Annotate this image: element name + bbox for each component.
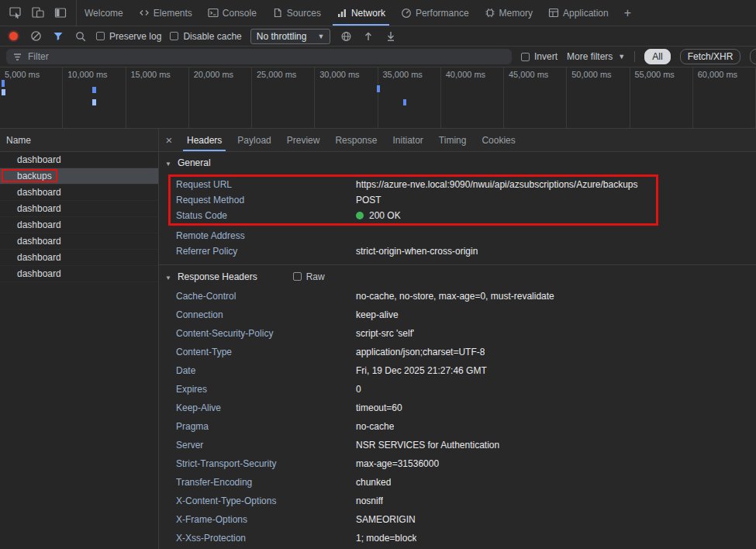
arrow-up-icon xyxy=(363,30,374,42)
record-icon xyxy=(9,32,18,40)
tab-elements[interactable]: Elements xyxy=(131,0,200,26)
detail-tab-payload[interactable]: Payload xyxy=(230,129,278,151)
clear-icon xyxy=(30,30,42,42)
tab-memory[interactable]: Memory xyxy=(477,0,540,26)
detail-tab-timing[interactable]: Timing xyxy=(431,129,475,151)
tab-application[interactable]: Application xyxy=(540,0,616,26)
response-header-row: Date Fri, 19 Dec 2025 21:27:46 GMT xyxy=(159,361,756,380)
raw-checkbox[interactable] xyxy=(293,272,302,281)
request-row[interactable]: dashboard xyxy=(0,201,158,217)
tab-label: Memory xyxy=(499,8,533,19)
request-detail-panel: × Headers Payload Preview Response Initi… xyxy=(159,129,756,549)
network-conditions-button[interactable] xyxy=(339,29,353,43)
header-row-remote-address: Remote Address xyxy=(159,228,756,243)
detail-tab-headers[interactable]: Headers xyxy=(179,129,230,151)
raw-toggle[interactable]: Raw xyxy=(293,271,325,282)
import-har-button[interactable] xyxy=(361,29,375,43)
tab-label: Sources xyxy=(287,8,321,19)
filter-chip-fetch-xhr[interactable]: Fetch/XHR xyxy=(680,49,741,64)
tab-welcome[interactable]: Welcome xyxy=(77,0,131,26)
tab-label: Network xyxy=(351,8,385,19)
more-filters-button[interactable]: More filters ▼ xyxy=(567,51,625,62)
response-headers-section: Response Headers Raw Cache-Control no-ca… xyxy=(159,264,756,547)
header-name: Content-Type xyxy=(176,343,356,361)
preserve-log-checkbox[interactable] xyxy=(96,32,105,40)
timeline-activity-mark xyxy=(92,99,96,105)
filter-toggle-button[interactable] xyxy=(51,29,65,43)
search-button[interactable] xyxy=(74,29,88,43)
clear-button[interactable] xyxy=(29,29,43,43)
timeline-column: 55,000 ms xyxy=(630,67,693,128)
invert-checkbox[interactable] xyxy=(521,53,530,61)
filter-input[interactable] xyxy=(28,51,506,62)
request-row[interactable]: dashboard xyxy=(0,185,158,201)
request-row[interactable]: dashboard xyxy=(0,233,158,250)
filter-chip-all[interactable]: All xyxy=(644,49,670,64)
inspect-element-button[interactable] xyxy=(8,5,23,21)
request-row[interactable]: dashboard xyxy=(0,217,158,233)
header-name: Referrer Policy xyxy=(176,243,356,259)
tab-sources[interactable]: Sources xyxy=(264,0,329,26)
request-row-backups[interactable]: backups xyxy=(0,168,158,185)
response-header-row: Transfer-Encoding chunked xyxy=(159,473,756,492)
filter-field[interactable] xyxy=(6,49,512,64)
detail-tab-cookies[interactable]: Cookies xyxy=(474,129,523,151)
inspect-tools-group xyxy=(0,0,77,26)
header-name: Transfer-Encoding xyxy=(176,473,356,492)
record-button[interactable] xyxy=(6,29,20,43)
tab-network[interactable]: Network xyxy=(329,0,393,26)
request-row[interactable]: dashboard xyxy=(0,250,158,266)
network-icon xyxy=(337,8,347,18)
request-row[interactable]: dashboard xyxy=(0,152,158,168)
disable-cache-checkbox[interactable] xyxy=(170,32,178,40)
response-header-row: X-Xss-Protection 1; mode=block xyxy=(159,529,756,547)
filter-chip-doc[interactable]: Doc xyxy=(750,49,756,64)
detail-tab-response[interactable]: Response xyxy=(327,129,385,151)
timeline-column: 15,000 ms xyxy=(126,67,189,128)
header-value: 1; mode=block xyxy=(356,529,416,547)
tab-performance[interactable]: Performance xyxy=(393,0,477,26)
timeline-column: 30,000 ms xyxy=(315,67,378,128)
export-har-button[interactable] xyxy=(384,29,398,43)
invert-toggle[interactable]: Invert xyxy=(521,51,558,62)
name-column-header[interactable]: Name xyxy=(0,129,158,152)
divider xyxy=(634,51,635,62)
dock-side-button[interactable] xyxy=(53,5,68,21)
response-header-row: Cache-Control no-cache, no-store, max-ag… xyxy=(159,287,756,306)
response-headers-section-header[interactable]: Response Headers Raw xyxy=(159,266,756,287)
device-toolbar-button[interactable] xyxy=(30,5,46,21)
disable-cache-toggle[interactable]: Disable cache xyxy=(170,31,241,42)
tab-console[interactable]: Console xyxy=(200,0,264,26)
elements-icon xyxy=(139,8,150,18)
response-header-row: Content-Security-Policy script-src 'self… xyxy=(159,324,756,343)
header-name: Content-Security-Policy xyxy=(176,324,356,343)
response-header-row: Keep-Alive timeout=60 xyxy=(159,399,756,417)
header-value: no-cache, no-store, max-age=0, must-reva… xyxy=(356,287,554,306)
timeline-activity-mark xyxy=(377,85,380,92)
network-toolbar: Preserve log Disable cache No throttling… xyxy=(0,26,756,47)
network-filterbar: Invert More filters ▼ All Fetch/XHR Doc xyxy=(0,47,756,67)
response-header-row: Server NSR SERVICES for Authentication xyxy=(159,436,756,454)
header-name: Strict-Transport-Security xyxy=(176,454,356,473)
request-row[interactable]: dashboard xyxy=(0,266,158,282)
throttling-select[interactable]: No throttling ▼ xyxy=(250,29,331,44)
red-annotation-box: Request URL https://azure-nve.local:9090… xyxy=(168,174,658,226)
response-header-row: X-Content-Type-Options nosniff xyxy=(159,492,756,510)
general-section-header[interactable]: General xyxy=(159,152,756,173)
header-value: 200 OK xyxy=(356,208,401,223)
more-tabs-button[interactable]: + xyxy=(616,0,639,26)
preserve-log-toggle[interactable]: Preserve log xyxy=(96,31,161,42)
detail-tabbar: × Headers Payload Preview Response Initi… xyxy=(159,129,756,152)
close-detail-button[interactable]: × xyxy=(159,129,179,151)
chevron-down-icon: ▼ xyxy=(618,53,625,60)
search-icon xyxy=(75,31,86,42)
detail-tab-preview[interactable]: Preview xyxy=(279,129,328,151)
response-header-row: Connection keep-alive xyxy=(159,306,756,324)
section-title: General xyxy=(178,157,211,168)
network-overview[interactable]: 5,000 ms 10,000 ms 15,000 ms 20,000 ms 2… xyxy=(0,67,756,129)
response-header-row: X-Frame-Options SAMEORIGIN xyxy=(159,510,756,529)
detail-tab-initiator[interactable]: Initiator xyxy=(385,129,430,151)
memory-icon xyxy=(485,8,495,18)
header-value: max-age=31536000 xyxy=(356,454,439,473)
timeline-column: 20,000 ms xyxy=(189,67,252,128)
